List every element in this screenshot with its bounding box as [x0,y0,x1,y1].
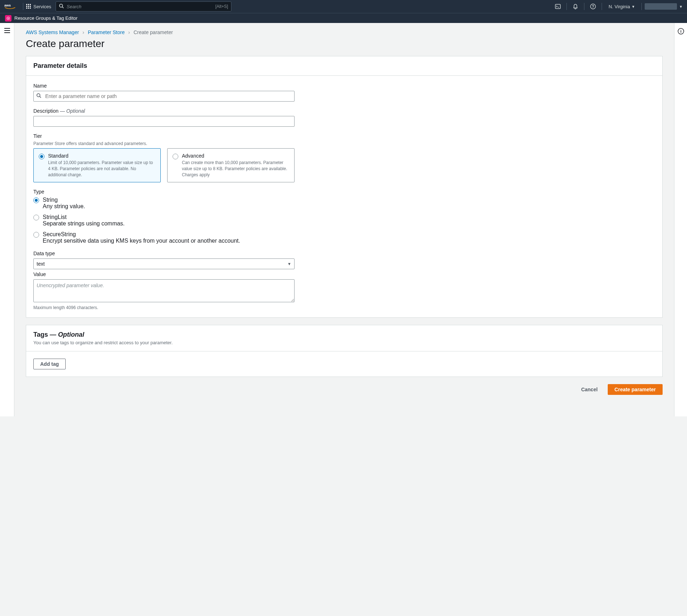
svg-text:i: i [680,29,681,33]
hamburger-icon [4,28,10,416]
type-desc: Separate strings using commas. [43,220,125,227]
svg-text:aws: aws [4,3,11,7]
radio-icon [33,215,39,220]
services-label: Services [33,4,51,9]
user-badge[interactable] [645,3,677,10]
svg-rect-12 [555,4,560,9]
type-option-string[interactable]: String Any string value. [33,197,655,210]
svg-rect-6 [30,6,31,7]
svg-rect-5 [28,6,29,7]
add-tag-button[interactable]: Add tag [33,359,66,369]
breadcrumb-systems-manager[interactable]: AWS Systems Manager [26,29,79,35]
svg-line-22 [40,97,41,98]
breadcrumb-current: Create parameter [133,29,173,35]
type-option-securestring[interactable]: SecureString Encrypt sensitive data usin… [33,231,655,244]
chevron-right-icon: › [83,29,84,35]
svg-rect-1 [26,4,27,5]
tier-title: Standard [48,153,155,159]
svg-rect-9 [30,8,31,9]
info-icon: i [678,28,684,34]
data-type-select[interactable]: text ▼ [33,258,295,269]
type-desc: Encrypt sensitive data using KMS keys fr… [43,238,240,244]
cloudshell-button[interactable] [553,1,563,11]
value-help: Maximum length 4096 characters. [33,305,655,310]
notifications-button[interactable] [570,1,580,11]
resource-groups-link[interactable]: Resource Groups & Tag Editor [14,15,77,21]
description-input[interactable] [33,116,295,127]
radio-icon [33,197,39,203]
svg-point-21 [37,94,40,97]
help-button[interactable]: ? [588,1,598,11]
type-title: String [43,197,85,203]
cancel-button[interactable]: Cancel [575,384,604,395]
bell-icon [573,4,578,9]
divider [23,3,23,10]
breadcrumb-parameter-store[interactable]: Parameter Store [88,29,125,35]
svg-line-11 [62,7,63,8]
name-input[interactable] [33,91,295,102]
search-shortcut: [Alt+S] [215,4,228,9]
resource-groups-icon [5,15,11,22]
value-label: Value [33,271,655,277]
radio-icon [173,154,178,159]
subnav: Resource Groups & Tag Editor [0,13,687,23]
name-label: Name [33,83,655,89]
svg-rect-3 [30,4,31,5]
type-label: Type [33,189,655,195]
tier-tile-standard[interactable]: Standard Limit of 10,000 parameters. Par… [33,148,161,182]
search-wrap[interactable]: [Alt+S] [56,1,231,11]
cloudshell-icon [555,3,561,10]
info-handle[interactable]: i [674,23,687,416]
search-icon [59,4,64,10]
grid-icon [26,4,31,9]
parameter-details-panel: Parameter details Name Description — Opt… [26,56,663,318]
value-textarea[interactable] [33,279,295,302]
data-type-value: text [37,261,45,267]
divider [566,3,567,10]
svg-point-10 [60,4,63,7]
tier-tile-advanced[interactable]: Advanced Can create more than 10,000 par… [167,148,295,182]
caret-down-icon: ▼ [287,262,291,266]
parameter-details-heading: Parameter details [33,62,655,70]
tier-desc: Can create more than 10,000 parameters. … [182,160,289,178]
breadcrumb: AWS Systems Manager › Parameter Store › … [26,29,663,35]
region-selector[interactable]: N. Virginia ▼ [608,4,635,9]
create-parameter-button[interactable]: Create parameter [608,384,663,395]
search-input[interactable] [56,4,231,9]
svg-text:?: ? [592,5,594,9]
tier-label: Tier [33,133,655,139]
search-icon [36,93,41,99]
caret-icon: ▼ [631,5,635,9]
svg-rect-2 [28,4,29,5]
divider [602,3,602,10]
type-title: SecureString [43,231,240,238]
divider [584,3,584,10]
help-icon: ? [590,4,596,9]
svg-rect-8 [28,8,29,9]
data-type-label: Data type [33,251,655,256]
services-menu[interactable]: Services [26,4,51,9]
tags-heading: Tags — Optional [33,331,655,339]
sidebar-handle[interactable] [0,23,14,416]
radio-icon [39,154,44,159]
svg-point-17 [8,18,9,19]
svg-rect-4 [26,6,27,7]
tier-title: Advanced [182,153,289,159]
tier-desc: Limit of 10,000 parameters. Parameter va… [48,160,155,178]
tags-desc: You can use tags to organize and restric… [33,340,655,345]
aws-logo[interactable]: aws [4,3,16,10]
divider [641,3,642,10]
chevron-right-icon: › [128,29,130,35]
tier-help: Parameter Store offers standard and adva… [33,141,655,146]
radio-icon [33,232,39,238]
tags-panel: Tags — Optional You can use tags to orga… [26,325,663,377]
type-desc: Any string value. [43,203,85,210]
actions-row: Cancel Create parameter [26,384,663,402]
page-title: Create parameter [26,38,663,50]
type-option-stringlist[interactable]: StringList Separate strings using commas… [33,214,655,227]
description-label: Description — Optional [33,108,655,114]
caret-icon: ▼ [679,5,683,9]
region-label: N. Virginia [608,4,630,9]
type-title: StringList [43,214,125,220]
svg-rect-7 [26,8,27,9]
